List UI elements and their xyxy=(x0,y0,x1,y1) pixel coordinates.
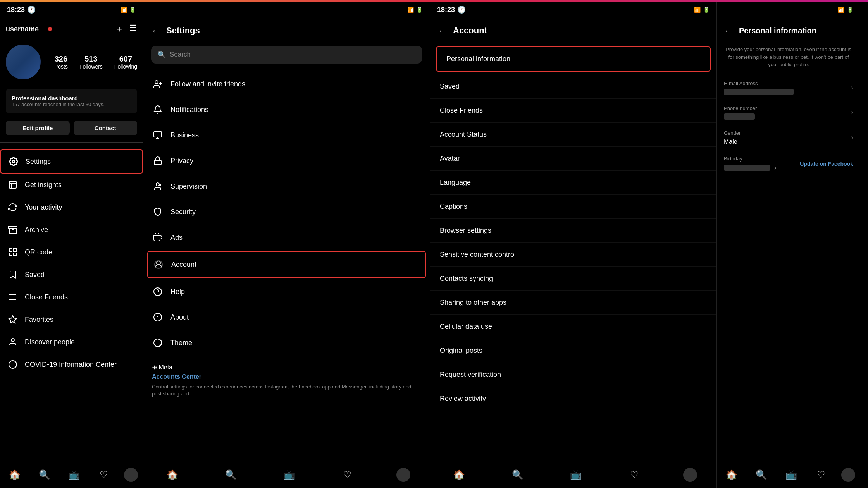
account-item-contacts-syncing[interactable]: Contacts syncing xyxy=(430,267,716,291)
gender-arrow-icon: › xyxy=(851,134,853,142)
account-item-language[interactable]: Language xyxy=(430,171,716,195)
nav-search[interactable]: 🔍 xyxy=(35,465,54,485)
settings-panel: 📶 🔋 ← Settings 🔍 Search xyxy=(143,0,430,488)
settings-item-supervision[interactable]: Supervision xyxy=(143,174,430,199)
professional-dashboard[interactable]: Professional dashboard 157 accounts reac… xyxy=(6,89,137,113)
account-back-button[interactable]: ← xyxy=(438,25,447,36)
settings-nav-heart[interactable]: ♡ xyxy=(338,465,357,485)
personal-field-gender[interactable]: Gender Male › xyxy=(717,124,860,149)
follow-icon xyxy=(152,78,164,90)
settings-nav-home[interactable]: 🏠 xyxy=(163,465,182,485)
supervision-label: Supervision xyxy=(170,182,207,191)
settings-item-business[interactable]: Business xyxy=(143,122,430,148)
nav-reels[interactable]: 📺 xyxy=(64,465,84,485)
personal-nav-reels[interactable]: 📺 xyxy=(782,465,801,485)
account-nav-avatar[interactable] xyxy=(683,468,697,482)
settings-search-bar[interactable]: 🔍 Search xyxy=(151,46,422,64)
status-bar-account: 18:23 🕐 📶 🔋 xyxy=(430,0,716,19)
nav-item-covid[interactable]: COVID-19 Information Center xyxy=(0,353,143,376)
nav-item-discover-people[interactable]: Discover people xyxy=(0,331,143,353)
status-time-profile: 18:23 🕐 xyxy=(7,5,36,14)
nav-home[interactable]: 🏠 xyxy=(5,465,24,485)
nav-item-get-insights[interactable]: Get insights xyxy=(0,174,143,196)
settings-item-ads[interactable]: Ads xyxy=(143,225,430,250)
nav-item-saved[interactable]: Saved xyxy=(0,263,143,286)
nav-item-favorites[interactable]: Favorites xyxy=(0,308,143,331)
followers-stat: 513 Followers xyxy=(79,55,103,70)
update-facebook-link[interactable]: Update on Facebook xyxy=(800,161,853,167)
account-nav-heart[interactable]: ♡ xyxy=(625,465,644,485)
account-item-original-posts[interactable]: Original posts xyxy=(430,339,716,363)
account-item-sensitive-content[interactable]: Sensitive content control xyxy=(430,243,716,267)
contact-button[interactable]: Contact xyxy=(74,121,138,135)
personal-field-email[interactable]: E-mail Address › xyxy=(717,74,860,99)
gender-field-content: Gender Male xyxy=(724,130,851,145)
nav-item-settings[interactable]: Settings xyxy=(0,149,143,174)
account-item-avatar[interactable]: Avatar xyxy=(430,147,716,171)
settings-item-follow[interactable]: Follow and invite friends xyxy=(143,71,430,97)
settings-header: ← Settings xyxy=(143,19,430,42)
gender-label: Gender xyxy=(724,130,851,136)
personal-field-birthday[interactable]: Birthday › Update on Facebook xyxy=(717,149,860,176)
account-nav-reels[interactable]: 📺 xyxy=(566,465,586,485)
personal-field-phone[interactable]: Phone number › xyxy=(717,99,860,124)
avatar[interactable] xyxy=(6,45,41,79)
accounts-center-link[interactable]: Accounts Center xyxy=(152,373,421,380)
account-item-saved[interactable]: Saved xyxy=(430,75,716,99)
settings-nav-reels[interactable]: 📺 xyxy=(279,465,299,485)
account-item-sharing-other-apps[interactable]: Sharing to other apps xyxy=(430,291,716,315)
edit-profile-button[interactable]: Edit profile xyxy=(6,121,70,135)
profile-action-buttons: Edit profile Contact xyxy=(0,117,143,139)
nav-item-archive[interactable]: Archive xyxy=(0,218,143,241)
about-icon xyxy=(152,311,164,323)
settings-item-privacy[interactable]: Privacy xyxy=(143,148,430,174)
nav-heart[interactable]: ♡ xyxy=(94,465,114,485)
svg-point-13 xyxy=(9,361,17,368)
account-item-cellular-data[interactable]: Cellular data use xyxy=(430,315,716,339)
personal-back-button[interactable]: ← xyxy=(724,25,733,36)
personal-nav-avatar[interactable] xyxy=(841,468,855,482)
nav-item-qr-code[interactable]: QR code xyxy=(0,241,143,263)
bottom-nav-personal: 🏠 🔍 📺 ♡ xyxy=(717,461,860,488)
account-item-request-verification[interactable]: Request verification xyxy=(430,363,716,387)
account-nav-home[interactable]: 🏠 xyxy=(450,465,469,485)
account-item-review-activity[interactable]: Review activity xyxy=(430,387,716,411)
account-item-captions[interactable]: Captions xyxy=(430,195,716,219)
saved-icon xyxy=(8,270,18,280)
account-nav-search[interactable]: 🔍 xyxy=(508,465,527,485)
settings-item-security[interactable]: Security xyxy=(143,199,430,225)
settings-item-notifications[interactable]: Notifications xyxy=(143,97,430,122)
account-title: Account xyxy=(453,26,487,36)
account-item-account-status[interactable]: Account Status xyxy=(430,123,716,147)
nav-profile-avatar[interactable] xyxy=(124,468,138,482)
settings-item-theme[interactable]: Theme xyxy=(143,330,430,356)
menu-icon[interactable]: ☰ xyxy=(129,23,137,35)
nav-item-close-friends[interactable]: Close Friends xyxy=(0,286,143,308)
add-icon[interactable]: ＋ xyxy=(115,23,124,35)
personal-nav-home[interactable]: 🏠 xyxy=(722,465,741,485)
account-item-browser-settings[interactable]: Browser settings xyxy=(430,219,716,243)
settings-item-account[interactable]: Account xyxy=(148,252,425,277)
avatar-label: Avatar xyxy=(440,155,460,162)
signal-icon-settings: 📶 xyxy=(407,7,414,13)
qr-code-icon xyxy=(8,247,18,257)
settings-item-about[interactable]: About xyxy=(143,304,430,330)
account-item-personal-information[interactable]: Personal information xyxy=(437,47,710,71)
svg-marker-11 xyxy=(9,316,17,323)
nav-item-your-activity[interactable]: Your activity xyxy=(0,196,143,218)
settings-item-help[interactable]: Help xyxy=(143,279,430,304)
account-item-close-friends[interactable]: Close Friends xyxy=(430,99,716,123)
top-gradient-bar xyxy=(0,0,868,2)
security-icon xyxy=(152,206,164,218)
battery-icon-personal: 🔋 xyxy=(847,7,853,13)
personal-nav-search[interactable]: 🔍 xyxy=(752,465,771,485)
posts-count: 326 xyxy=(54,55,68,64)
status-bar-settings: 📶 🔋 xyxy=(143,0,430,19)
personal-nav-heart[interactable]: ♡ xyxy=(811,465,831,485)
dropdown-icon[interactable]: ▾ xyxy=(42,26,45,33)
close-friends-icon xyxy=(8,292,18,302)
search-icon: 🔍 xyxy=(157,50,166,59)
settings-back-button[interactable]: ← xyxy=(151,25,160,36)
settings-nav-avatar[interactable] xyxy=(396,468,410,482)
settings-nav-search[interactable]: 🔍 xyxy=(221,465,241,485)
